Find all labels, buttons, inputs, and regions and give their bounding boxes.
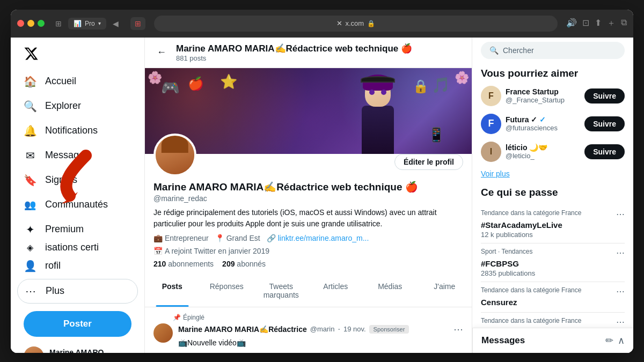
tab-medias[interactable]: Médias [363,275,418,307]
back-button[interactable]: ← [153,43,170,61]
banner-icon-2: 🍎 [188,76,204,91]
meta-link[interactable]: 🔗 linktr.ee/marine.amaro_m... [267,234,369,242]
person-icon: 👤 [24,260,36,272]
mail-icon: ✉ [24,149,36,162]
location-icon: 📍 [215,234,224,242]
search-bar[interactable]: 🔍 Chercher [481,42,625,59]
sidebar: 🏠 Accueil 🔍 Explorer 🔔 Notifications ✉ M… [11,38,145,353]
minimize-button[interactable] [27,20,34,27]
sponsor-badge[interactable]: Sponsoriser [369,325,409,334]
airplay-icon[interactable]: ⊡ [582,18,589,29]
sidebar-item-signets[interactable]: 🔖 Signets [17,168,138,192]
tab-jaime[interactable]: J'aime [418,275,472,307]
trend-fcbpsg[interactable]: Sport · Tendances ⋯ #FCBPSG 2835 publica… [481,243,625,282]
browser-window: ⊞ 📊 Pro ▾ ◀ ⊞ ✕ x.com 🔒 🔊 ⊡ ⬆ ＋ ⧉ [11,10,633,353]
calendar-icon: 📅 [153,247,163,255]
sidebar-item-plus[interactable]: ⋯ Plus [17,279,138,304]
trend-count-fcbpsg: 2835 publications [481,269,625,277]
sidebar-user[interactable]: Marine AMARO MARI @marine_redac ⋯ [17,341,138,353]
follow-button-france-startup[interactable]: Suivre [584,88,625,104]
sidebar-item-label-accueil: Accueil [45,76,76,87]
meta-job: 💼 Entrepreneur [153,234,209,242]
banner-flower-left: 🌸 [148,71,162,85]
browser-actions: 🔊 ⊡ ⬆ ＋ ⧉ [566,18,627,29]
windows-icon[interactable]: ⧉ [621,18,627,29]
sidebar-item-premium[interactable]: ✦ Premium [17,218,138,241]
sidebar-user-name: Marine AMARO MARI [49,348,114,353]
profile-header-posts: 881 posts [176,54,412,62]
trend-more-sa[interactable]: ⋯ [616,317,625,327]
new-tab-icon[interactable]: ＋ [607,18,616,29]
browser-chrome: ⊞ 📊 Pro ▾ ◀ ⊞ ✕ x.com 🔒 🔊 ⊡ ⬆ ＋ ⧉ [11,10,633,38]
collapse-messages-icon[interactable]: ∧ [618,335,625,346]
back-icon[interactable]: ◀ [109,17,122,30]
trend-star-acadamy[interactable]: Tendance dans la catégorie France ⋯ #Sta… [481,205,625,243]
sidebar-item-label-organisations: isations certi [45,242,99,253]
edit-profile-button[interactable]: Éditer le profil [394,154,463,170]
x-favicon: ✕ [336,19,342,27]
tab-posts[interactable]: Posts [145,275,200,307]
suggestion-futura: F Futura ✓ ✓ @futurasciences Suivre [481,114,625,134]
banner-icon-1: 🎮 [161,79,180,97]
more-dots-icon: ⋯ [24,285,37,298]
close-button[interactable] [17,20,24,27]
sidebar-item-label-premium: Premium [45,224,84,235]
post-more-button[interactable]: ⋯ [453,323,463,335]
sidebar-item-explorer[interactable]: 🔍 Explorer [17,94,138,118]
pin-icon: 📌 [173,314,181,321]
x-logo[interactable] [17,42,138,68]
chevron-down-icon: ▾ [98,20,101,26]
messages-actions: ✏ ∧ [605,335,625,346]
sidebar-item-label-messages: Messages [45,150,89,161]
trend-censurez[interactable]: Tendance dans la catégorie France ⋯ Cens… [481,282,625,313]
voir-plus-link[interactable]: Voir plus [481,169,625,178]
sidebar-item-notifications[interactable]: 🔔 Notifications [17,119,138,143]
suggestion-name-france-startup: France Startup [506,87,580,96]
sidebar-item-organisations[interactable]: ◈ isations certi [17,242,138,253]
follow-button-futura[interactable]: Suivre [584,116,625,131]
profile-stats: 210 abonnements 209 abonnés [153,260,463,268]
trend-more-censurez[interactable]: ⋯ [616,286,625,297]
pro-tab[interactable]: 📊 Pro ▾ [68,18,106,29]
sidebar-item-messages[interactable]: ✉ Messages [17,144,138,167]
messages-panel: Messages ✏ ∧ [472,328,633,353]
sidebar-item-profil[interactable]: 👤 rofil [17,254,138,278]
sidebar-item-communautes[interactable]: 👥 Communautés [17,193,138,217]
suggestion-info-leticio: léticio 🌙🤝 @leticio_ [506,143,580,160]
follow-button-leticio[interactable]: Suivre [584,144,625,159]
post-date: 19 nov. [343,325,366,333]
trend-meta-sa: Tendance dans la catégorie France ⋯ [481,317,625,327]
tab-icon-area: ⊞ [130,17,145,30]
link-icon: 🔗 [267,234,276,242]
trend-meta-censurez: Tendance dans la catégorie France ⋯ [481,286,625,297]
sidebar-item-accueil[interactable]: 🏠 Accueil [17,70,138,93]
profile-avatar [153,134,196,176]
tab-articles[interactable]: Articles [309,275,363,307]
trend-meta-fcbpsg: Sport · Tendances ⋯ [481,248,625,258]
suggestion-info-france-startup: France Startup @_France_Startup [506,87,580,104]
pinned-label: 📌 Épinglé [153,314,463,321]
profile-header-name: Marine AMARO MARIA✍️Rédactrice web techn… [176,43,412,54]
tab-area: ⊞ 📊 Pro ▾ ◀ [52,17,122,30]
compose-message-icon[interactable]: ✏ [605,335,613,346]
address-bar[interactable]: ✕ x.com 🔒 [154,16,558,32]
followers-stat[interactable]: 209 abonnés [222,260,266,268]
tab-tweets[interactable]: Tweets marquants [254,275,309,307]
download-icon[interactable]: ⬆ [595,18,602,29]
search-icon: 🔍 [24,100,36,113]
messages-panel-title: Messages [481,335,525,346]
following-stat[interactable]: 210 abonnements [153,260,214,268]
trend-more-fcbpsg[interactable]: ⋯ [616,248,625,258]
sidebar-toggle-icon[interactable]: ⊞ [52,17,65,30]
tab-reponses[interactable]: Réponses [200,275,254,307]
search-placeholder: Chercher [503,46,534,55]
post-button[interactable]: Poster [24,311,131,337]
volume-icon[interactable]: 🔊 [566,18,577,29]
profile-meta: 💼 Entrepreneur 📍 Grand Est 🔗 linktr.ee/m… [153,234,463,242]
maximize-button[interactable] [38,20,45,27]
post-body: Marine AMARO MARIA✍️Rédactrice @marin · … [178,323,463,353]
main-content: ← Marine AMARO MARIA✍️Rédactrice web tec… [145,38,472,353]
profile-meta-2: 📅 A rejoint Twitter en janvier 2019 [153,247,463,255]
trend-more-star-acadamy[interactable]: ⋯ [616,209,625,219]
post-author-name: Marine AMARO MARIA✍️Rédactrice [178,325,307,334]
